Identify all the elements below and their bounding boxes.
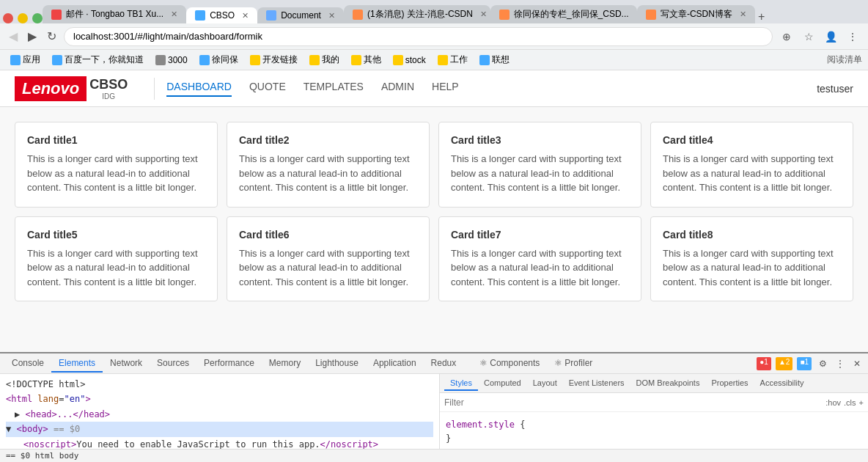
profile-icon[interactable]: 👤 xyxy=(821,27,840,46)
bookmark-devlinks-label: 开发链接 xyxy=(262,54,298,66)
tab-cbso-close[interactable]: ✕ xyxy=(242,11,249,21)
apps-icon xyxy=(10,55,21,65)
more-options-button[interactable]: ⋮ xyxy=(833,357,847,370)
bookmark-stock[interactable]: stock xyxy=(389,54,430,67)
bookmark-3000-label: 3000 xyxy=(168,55,188,65)
tab-doc-label: Document xyxy=(281,10,321,21)
styles-tab[interactable]: Styles xyxy=(444,376,478,391)
tab-csdn1-label: (1条消息) 关注-消息-CSDN xyxy=(367,8,473,21)
event-listeners-tab[interactable]: Event Listeners xyxy=(563,376,630,391)
maximize-button[interactable] xyxy=(32,13,43,23)
card-4-text: This is a longer card with supporting te… xyxy=(663,152,841,195)
hov-button[interactable]: :hov xyxy=(825,398,841,407)
properties-tab[interactable]: Properties xyxy=(705,376,754,391)
warning-badge: ▲2 xyxy=(776,357,792,370)
tab-doc-close[interactable]: ✕ xyxy=(328,11,335,21)
devtools-tab-console[interactable]: Console xyxy=(4,355,51,373)
close-button[interactable] xyxy=(3,13,13,23)
mail-icon xyxy=(51,10,62,20)
nav-templates[interactable]: TEMPLATES xyxy=(304,81,364,97)
devtools-html-panel: <!DOCTYPE html> <html lang="en"> ▶ <head… xyxy=(0,374,440,449)
devtools-tab-memory[interactable]: Memory xyxy=(262,355,308,373)
card-3-text: This is a longer card with supporting te… xyxy=(451,152,629,195)
filter-bar: :hov .cls + xyxy=(440,393,868,412)
devtools-tab-network[interactable]: Network xyxy=(103,355,150,373)
back-button[interactable]: ◀ xyxy=(6,26,21,46)
card-2-title: Card title2 xyxy=(239,134,417,146)
menu-icon[interactable]: ⋮ xyxy=(843,27,862,46)
card-2-text: This is a longer card with supporting te… xyxy=(239,152,417,195)
devtools-tab-redux[interactable]: Redux xyxy=(424,355,464,373)
cbso-icon xyxy=(195,10,205,21)
address-bar[interactable]: localhost:3001/#/light/main/dashboard/fo… xyxy=(64,27,773,46)
tab-csdn2-label: 徐同保的专栏_徐同保_CSD... xyxy=(514,8,629,21)
tab-csdn1-close[interactable]: ✕ xyxy=(480,10,487,19)
settings-button[interactable]: ⚙ xyxy=(816,357,830,370)
bookmark-lenovo-label: 联想 xyxy=(492,54,510,66)
csdn1-icon xyxy=(353,10,363,20)
devtools-tab-lighthouse[interactable]: Lighthouse xyxy=(308,355,366,373)
tab-mail-close[interactable]: ✕ xyxy=(171,10,177,19)
minimize-button[interactable] xyxy=(18,13,28,23)
bookmark-apps[interactable]: 应用 xyxy=(6,52,45,67)
bookmark-work[interactable]: 工作 xyxy=(433,52,472,67)
devtools-tab-performance[interactable]: Performance xyxy=(196,355,262,373)
csdn2-icon xyxy=(499,10,510,20)
forward-button[interactable]: ▶ xyxy=(25,26,40,46)
cls-button[interactable]: .cls xyxy=(844,398,856,407)
nav-icons: ⊕ ☆ 👤 ⋮ xyxy=(777,27,862,46)
devtools-tab-profiler[interactable]: ⚛Profiler xyxy=(547,355,600,373)
new-tab-button[interactable]: + xyxy=(758,10,765,23)
nav-dashboard[interactable]: DASHBOARD xyxy=(166,81,232,97)
tab-csdn3[interactable]: 写文章-CSDN博客 ✕ xyxy=(637,5,755,23)
card-6-text: This is a longer card with supporting te… xyxy=(239,246,417,290)
filter-actions: :hov .cls + xyxy=(825,398,864,407)
accessibility-tab[interactable]: Accessibility xyxy=(754,376,810,391)
devtools-tab-application[interactable]: Application xyxy=(366,355,424,373)
devtools-tab-sources[interactable]: Sources xyxy=(150,355,196,373)
bookmark-mine[interactable]: 我的 xyxy=(305,52,344,67)
tab-bar: 邮件 · Tongbao TB1 Xu... ✕ CBSO ✕ Document… xyxy=(0,0,868,23)
bookmark-other-label: 其他 xyxy=(364,54,381,66)
tab-mail[interactable]: 邮件 · Tongbao TB1 Xu... ✕ xyxy=(43,5,186,23)
refresh-button[interactable]: ↻ xyxy=(44,26,59,46)
bookmark-work-label: 工作 xyxy=(450,54,468,66)
csdn3-icon xyxy=(646,10,656,20)
app-content: Lenovo CBSO IDG DASHBOARD QUOTE TEMPLATE… xyxy=(0,70,868,462)
layout-tab[interactable]: Layout xyxy=(527,376,563,391)
card-7-text: This is a longer card with supporting te… xyxy=(451,246,629,290)
extensions-icon[interactable]: ⊕ xyxy=(777,27,796,46)
cards-row-2: Card title5 This is a longer card with s… xyxy=(15,216,853,302)
star-icon[interactable]: ☆ xyxy=(799,27,818,46)
nav-quote[interactable]: QUOTE xyxy=(249,81,286,97)
tab-doc[interactable]: Document ✕ xyxy=(257,7,344,23)
tab-cbso[interactable]: CBSO ✕ xyxy=(186,7,257,23)
nav-help[interactable]: HELP xyxy=(432,81,459,97)
computed-tab[interactable]: Computed xyxy=(478,376,527,391)
tab-csdn1[interactable]: (1条消息) 关注-消息-CSDN ✕ xyxy=(344,5,490,23)
devtools-tab-components[interactable]: ⚛Components xyxy=(472,355,547,373)
bookmark-baidu[interactable]: 百度一下，你就知道 xyxy=(48,52,148,67)
nav-admin[interactable]: ADMIN xyxy=(381,81,414,97)
tab-csdn2[interactable]: 徐同保的专栏_徐同保_CSD... ✕ xyxy=(490,5,637,23)
html-html-tag: <html lang="en"> xyxy=(6,392,433,406)
bookmark-user[interactable]: 徐同保 xyxy=(195,52,243,67)
bookmark-3000[interactable]: 3000 xyxy=(151,54,192,67)
dom-breakpoints-tab[interactable]: DOM Breakpoints xyxy=(630,376,706,391)
add-style-button[interactable]: + xyxy=(859,398,864,407)
cards-row-1: Card title1 This is a longer card with s… xyxy=(15,122,853,208)
devtools-panel: Console Elements Network Sources Perform… xyxy=(0,352,868,462)
close-devtools-button[interactable]: ✕ xyxy=(850,357,864,370)
filter-input[interactable] xyxy=(444,397,821,408)
html-head: ▶ <head>...</head> xyxy=(6,407,433,422)
bookmark-devlinks[interactable]: 开发链接 xyxy=(246,52,302,67)
devtools-tab-bar: Console Elements Network Sources Perform… xyxy=(0,353,868,374)
tab-csdn3-close[interactable]: ✕ xyxy=(740,10,746,19)
bookmark-other[interactable]: 其他 xyxy=(347,52,386,67)
reading-mode-button[interactable]: 阅读清单 xyxy=(827,54,862,66)
sub-brand: IDG xyxy=(89,92,128,100)
devtools-tab-elements[interactable]: Elements xyxy=(51,355,103,373)
bookmark-lenovo[interactable]: 联想 xyxy=(475,52,514,67)
element-style-rule: element.style { } xyxy=(446,415,862,449)
nav-bar: ◀ ▶ ↻ localhost:3001/#/light/main/dashbo… xyxy=(0,23,868,50)
